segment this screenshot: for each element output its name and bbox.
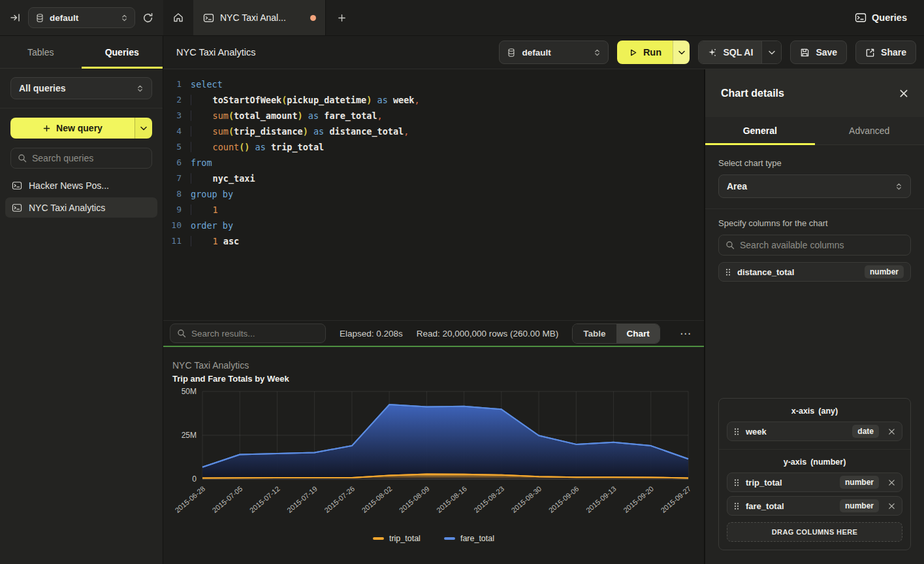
legend-swatch	[444, 537, 455, 540]
sparkles-icon	[707, 48, 717, 58]
remove-column-icon[interactable]	[888, 503, 895, 510]
sidebar-tab-tables[interactable]: Tables	[0, 36, 82, 68]
chevron-down-icon	[769, 50, 775, 55]
save-button[interactable]: Save	[790, 41, 847, 64]
remove-column-icon[interactable]	[888, 479, 895, 486]
panel-tabs: General Advanced	[705, 117, 924, 145]
column-name: fare_total	[746, 501, 784, 511]
column-type-badge: date	[852, 425, 879, 438]
drop-zone[interactable]: DRAG COLUMNS HERE	[727, 522, 902, 542]
code-text: from	[182, 155, 212, 171]
remove-column-icon[interactable]	[888, 428, 895, 435]
collapse-sidebar-icon[interactable]	[10, 12, 21, 23]
sidebar-tab-queries[interactable]: Queries	[82, 36, 163, 68]
query-item-label: Hacker News Pos...	[29, 180, 109, 191]
search-icon	[725, 241, 735, 250]
run-button-label: Run	[643, 47, 661, 58]
code-line: 10order by	[163, 218, 704, 233]
column-type-badge: number	[865, 265, 904, 278]
y-axis-label: y-axis	[784, 457, 806, 467]
svg-text:2015-09-27: 2015-09-27	[659, 484, 692, 514]
legend-label: fare_total	[460, 534, 494, 543]
svg-text:2015-09-20: 2015-09-20	[622, 484, 655, 514]
code-line: 11 1 asc	[163, 233, 704, 249]
drag-handle-icon[interactable]	[734, 478, 739, 487]
code-text: 1 asc	[182, 233, 239, 249]
run-database-selector[interactable]: default	[499, 41, 609, 64]
chevron-down-icon	[678, 50, 685, 55]
new-tab-button[interactable]	[326, 0, 357, 35]
chart-title: NYC Taxi Analytics	[172, 360, 249, 371]
results-search	[170, 323, 326, 343]
panel-header: Chart details	[705, 69, 924, 117]
sql-ai-options-button[interactable]	[761, 41, 781, 63]
panel-divider	[705, 208, 924, 209]
panel-tab-general[interactable]: General	[705, 117, 815, 144]
svg-text:25M: 25M	[182, 431, 197, 440]
editor-header-actions: default Run SQL AI Save	[499, 41, 916, 64]
sql-ai-label: SQL AI	[723, 47, 753, 58]
view-toggle-chart[interactable]: Chart	[616, 324, 660, 343]
columns-search-input[interactable]	[740, 240, 904, 250]
run-database-value: default	[522, 48, 550, 58]
view-toggle-table[interactable]: Table	[573, 324, 616, 343]
column-type-badge: number	[840, 476, 879, 489]
run-options-button[interactable]	[673, 41, 690, 64]
line-number: 2	[163, 92, 182, 108]
query-search-input[interactable]	[32, 153, 145, 163]
legend-item[interactable]: trip_total	[373, 534, 421, 543]
database-selector[interactable]: default	[28, 7, 135, 28]
sql-ai-button[interactable]: SQL AI	[699, 41, 761, 63]
code-line: 1select	[163, 76, 704, 92]
query-list-item[interactable]: Hacker News Pos...	[5, 175, 157, 195]
code-text: count() as trip_total	[182, 139, 324, 155]
code-text: sum(trip_distance) as distance_total,	[182, 124, 409, 139]
panel-tab-advanced[interactable]: Advanced	[815, 117, 924, 144]
drag-handle-icon[interactable]	[734, 427, 739, 436]
share-icon	[865, 48, 875, 58]
column-item[interactable]: weekdate	[727, 422, 902, 441]
results-search-input[interactable]	[191, 329, 319, 339]
legend-item[interactable]: fare_total	[444, 534, 494, 543]
column-item[interactable]: trip_totalnumber	[727, 473, 902, 492]
code-text: toStartOfWeek(pickup_datetime) as week,	[182, 92, 420, 108]
database-icon	[35, 13, 44, 23]
drag-handle-icon[interactable]	[734, 502, 739, 510]
share-button[interactable]: Share	[855, 41, 916, 64]
column-item[interactable]: distance_totalnumber	[718, 262, 911, 282]
svg-text:2015-08-02: 2015-08-02	[360, 484, 394, 514]
query-filter-select[interactable]: All queries	[10, 77, 152, 99]
code-text: group by	[182, 186, 233, 202]
queries-button[interactable]: Queries	[855, 0, 907, 35]
drag-handle-icon[interactable]	[725, 268, 731, 276]
elapsed-stat: Elapsed: 0.208s	[340, 329, 403, 339]
column-name: week	[746, 427, 767, 437]
run-button[interactable]: Run	[617, 41, 673, 64]
code-line: 7 nyc_taxi	[163, 171, 704, 186]
svg-text:2015-07-05: 2015-07-05	[211, 484, 244, 514]
run-button-group: Run	[617, 41, 690, 64]
code-text: order by	[182, 218, 233, 233]
panel-title: Chart details	[721, 88, 784, 99]
play-icon	[629, 48, 637, 57]
close-icon[interactable]	[899, 89, 908, 98]
workarea: 1select2 toStartOfWeek(pickup_datetime) …	[163, 69, 704, 564]
new-query-dropdown-button[interactable]	[135, 118, 152, 139]
home-tab[interactable]	[163, 0, 194, 35]
new-query-wrap: New query	[0, 108, 163, 144]
chart-type-select[interactable]: Area	[718, 174, 911, 198]
x-axis-header: x-axis (any)	[727, 406, 902, 416]
sql-editor[interactable]: 1select2 toStartOfWeek(pickup_datetime) …	[163, 69, 704, 320]
query-list-item[interactable]: NYC Taxi Analytics	[5, 197, 157, 218]
query-title: NYC Taxi Analytics	[176, 47, 255, 58]
terminal-icon	[203, 13, 214, 23]
column-item[interactable]: fare_totalnumber	[727, 496, 902, 516]
code-text: select	[182, 76, 223, 92]
tab-nyc-taxi-analytics[interactable]: NYC Taxi Anal...	[194, 0, 326, 35]
refresh-icon[interactable]	[142, 12, 153, 24]
topbar-left: default	[0, 0, 163, 35]
svg-text:2015-07-12: 2015-07-12	[248, 484, 281, 514]
new-query-button[interactable]: New query	[10, 118, 135, 139]
x-axis-constraint: (any)	[818, 406, 838, 416]
more-options-icon[interactable]: ⋯	[674, 327, 697, 340]
